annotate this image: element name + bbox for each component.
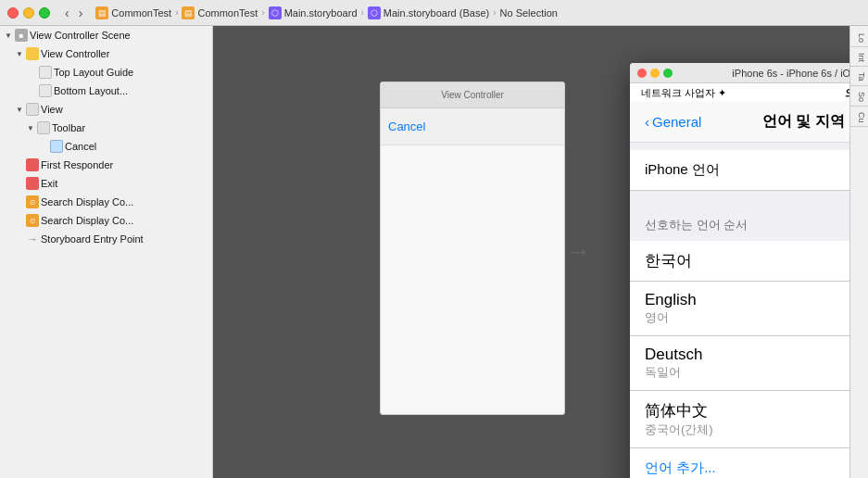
storyboard-icon: ⬡ — [269, 6, 282, 19]
minimize-button[interactable] — [23, 7, 34, 19]
nav-item-toolbar[interactable]: ▼ Toolbar — [0, 119, 212, 137]
bc-common-test-project[interactable]: ▤ CommonTest — [182, 6, 258, 19]
nav-item-bottom-layout[interactable]: ▶ Bottom Layout... — [0, 82, 212, 100]
layout-icon — [39, 66, 52, 79]
vc-icon — [26, 47, 39, 60]
inspector-ta: Ta — [850, 69, 868, 86]
nav-item-first-responder[interactable]: ▶ First Responder — [0, 156, 212, 174]
nav-label-cancel: Cancel — [65, 141, 212, 152]
view-controller-canvas-box: View Controller Cancel — [380, 82, 565, 415]
nav-item-cancel[interactable]: ▶ Cancel — [0, 137, 212, 156]
view-icon — [26, 103, 39, 116]
ios-lang-deutsch-main: Deutsch — [645, 346, 849, 364]
bc-label-2: CommonTest — [197, 7, 258, 19]
nav-item-view-controller-scene[interactable]: ▼ ■ View Controller Scene — [0, 26, 212, 44]
inspector-int: Int — [850, 49, 868, 67]
inspector-lo: Lo — [850, 30, 868, 47]
nav-label-search-2: Search Display Co... — [41, 215, 212, 226]
ios-iphone-language-label: iPhone 언어 — [645, 161, 849, 179]
cancel-icon — [50, 140, 63, 153]
toolbar-icon — [37, 121, 50, 134]
nav-label-responder: First Responder — [41, 159, 212, 170]
layout-icon-2 — [39, 84, 52, 97]
sim-min[interactable] — [650, 69, 660, 78]
bc-sep-4: › — [493, 7, 496, 18]
ios-simulator: iPhone 6s - iPhone 6s / iOS 9.2 (13C75) … — [630, 63, 849, 478]
scene-icon: ■ — [15, 29, 28, 42]
nav-label-search-1: Search Display Co... — [41, 196, 212, 208]
ios-nav-title: 언어 및 지역 — [724, 112, 849, 132]
exit-icon — [26, 177, 39, 190]
folder-icon-2: ▤ — [182, 6, 195, 19]
maximize-button[interactable] — [39, 7, 50, 19]
ios-lang-korean-main: 한국어 — [645, 250, 849, 271]
ios-top-spacer — [630, 143, 849, 150]
folder-icon: ▤ — [95, 6, 108, 19]
ios-add-language-row[interactable]: 언어 추가... — [630, 448, 849, 478]
inspector-so: So — [850, 88, 868, 107]
expand-triangle-vc: ▼ — [15, 49, 24, 58]
sim-max[interactable] — [663, 69, 673, 78]
breadcrumb: ▤ CommonTest › ▤ CommonTest › ⬡ Main.sto… — [95, 6, 861, 19]
ios-lang-row-korean[interactable]: 한국어 — [630, 241, 849, 282]
inspector-cu: Cu — [850, 108, 868, 128]
nav-item-search-1[interactable]: ▶ ⊙ Search Display Co... — [0, 193, 212, 211]
vc-toolbar-bar: Cancel — [381, 108, 564, 145]
nav-item-view-controller[interactable]: ▼ View Controller — [0, 44, 212, 63]
ios-lang-row-chinese[interactable]: 简体中文 중국어(간체) — [630, 391, 849, 448]
nav-item-view[interactable]: ▼ View — [0, 100, 212, 119]
nav-item-exit[interactable]: ▶ Exit — [0, 174, 212, 193]
nav-label-scene: View Controller Scene — [30, 30, 212, 41]
bc-label-1: CommonTest — [111, 7, 171, 19]
nav-label-entry: Storyboard Entry Point — [41, 233, 212, 245]
ios-mid-spacer — [630, 191, 849, 198]
ios-nav-bar: ‹ General 언어 및 지역 편집 — [630, 102, 849, 143]
ios-lang-english-main: English — [645, 291, 849, 309]
ios-back-button[interactable]: ‹ General — [645, 114, 724, 130]
nav-back-button[interactable]: ‹ — [61, 5, 73, 21]
search-icon-1: ⊙ — [26, 195, 39, 208]
bc-sep-3: › — [361, 7, 364, 18]
ios-lang-row-english[interactable]: English 영어 — [630, 282, 849, 336]
nav-item-top-layout[interactable]: ▶ Top Layout Guide — [0, 63, 212, 82]
vc-canvas-header: View Controller — [381, 82, 564, 108]
inspector-panel: Lo Int Ta So Cu — [849, 26, 868, 478]
storyboard-base-icon: ⬡ — [368, 6, 381, 19]
ios-iphone-language-row[interactable]: iPhone 언어 한국어 › — [630, 150, 849, 191]
nav-label-top-layout: Top Layout Guide — [54, 67, 212, 78]
nav-item-entry-point[interactable]: ▶ → Storyboard Entry Point — [0, 230, 212, 248]
nav-label-bottom-layout: Bottom Layout... — [54, 85, 212, 96]
ios-lang-row-deutsch[interactable]: Deutsch 독일어 — [630, 336, 849, 391]
ios-add-language-label: 언어 추가... — [645, 459, 716, 477]
bc-no-selection: No Selection — [500, 7, 558, 19]
bc-main-storyboard-base[interactable]: ⬡ Main.storyboard (Base) — [368, 6, 489, 19]
main-area: ▼ ■ View Controller Scene ▼ View Control… — [0, 26, 868, 478]
nav-label-toolbar: Toolbar — [52, 122, 212, 133]
bc-common-test-folder[interactable]: ▤ CommonTest — [95, 6, 171, 19]
ios-lang-chinese-sub: 중국어(간체) — [645, 421, 849, 438]
nav-icons: ‹ › — [61, 5, 86, 21]
responder-icon — [26, 158, 39, 171]
bc-label-4: Main.storyboard (Base) — [384, 7, 489, 19]
expand-triangle-view: ▼ — [15, 105, 24, 114]
back-chevron-icon: ‹ — [645, 114, 649, 130]
window-controls — [7, 7, 50, 19]
ios-carrier: 네트워크 사업자 ✦ — [641, 86, 794, 100]
simulator-title-label: iPhone 6s - iPhone 6s / iOS 9.2 (13C75) — [676, 68, 849, 79]
bc-sep-1: › — [175, 7, 178, 18]
nav-forward-button[interactable]: › — [75, 5, 87, 21]
back-label: General — [652, 114, 701, 130]
expand-triangle-toolbar: ▼ — [26, 123, 35, 132]
nav-label-vc: View Controller — [41, 48, 212, 59]
cancel-toolbar-button[interactable]: Cancel — [388, 120, 425, 133]
search-icon-2: ⊙ — [26, 214, 39, 227]
vc-header-label: View Controller — [441, 90, 504, 100]
sim-close[interactable] — [637, 69, 647, 78]
close-button[interactable] — [7, 7, 19, 19]
title-bar: ‹ › ▤ CommonTest › ▤ CommonTest › ⬡ Main… — [0, 0, 868, 26]
nav-label-view: View — [41, 104, 212, 115]
bc-label-3: Main.storyboard — [284, 7, 358, 19]
bc-main-storyboard[interactable]: ⬡ Main.storyboard — [269, 6, 358, 19]
nav-item-search-2[interactable]: ▶ ⊙ Search Display Co... — [0, 211, 212, 230]
expand-triangle: ▼ — [4, 31, 13, 40]
